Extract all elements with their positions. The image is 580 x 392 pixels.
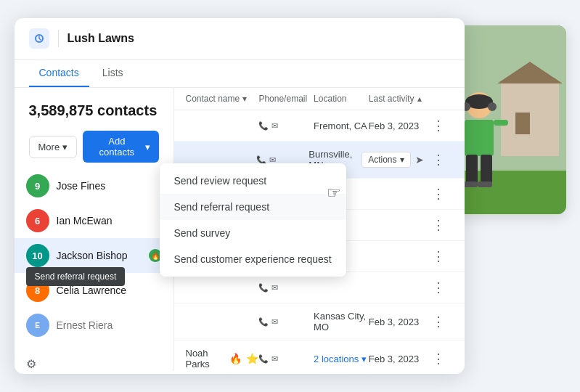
dropdown-item-referral[interactable]: Send referral request [160,194,346,220]
action-buttons: More ▾ Add contacts ▾ [15,125,173,168]
phone-icon: 📞 [258,283,269,293]
more-button[interactable]: More ▾ [29,136,78,158]
app-header: Lush Lawns [15,18,465,60]
email-icon: ✉ [271,317,278,327]
dropdown-item-survey[interactable]: Send survey [160,220,346,246]
tab-lists[interactable]: Lists [92,60,134,87]
row-menu-button[interactable]: ⋮ [424,186,453,202]
table-row[interactable]: 📞✉ ⋮ [174,272,465,303]
sidebar-item-ernest[interactable]: E Ernest Riera [15,308,173,343]
row-activity: Feb 3, 2023 [369,121,424,131]
send-icon[interactable]: ➤ [415,154,424,166]
contact-name-celia: Celia Lawrence [57,285,162,296]
table-row[interactable]: 📞✉ Kansas City, MO Feb 3, 2023 ⋮ [174,303,465,340]
svg-rect-13 [481,155,492,184]
app-title: Lush Lawns [68,32,134,45]
contact-name-jackson: Jackson Bishop [57,250,142,261]
row-icons: 📞✉ [258,317,314,327]
fire-badge: 🔥 [229,353,242,364]
row-action-area: Actions ▾ ➤ [362,152,423,168]
col-last-activity: Last activity ▴ [369,94,424,104]
add-contacts-button[interactable]: Add contacts ▾ [83,131,158,163]
svg-rect-14 [463,181,478,187]
avatar-ernest: E [26,314,49,337]
row-menu-button[interactable]: ⋮ [424,279,453,295]
contact-name-ian: Ian McEwan [57,215,162,226]
table-header: Contact name ▾ Phone/email Location Last… [174,88,465,110]
phone-icon: 📞 [258,121,269,131]
contacts-header: 3,589,875 contacts [15,94,173,125]
row-location: 2 locations ▾ [314,354,369,364]
header-divider [58,30,59,47]
avatar-jose: 9 [26,174,49,197]
actions-dropdown-button[interactable]: Actions ▾ [362,152,410,168]
sidebar-item-ian[interactable]: 6 Ian McEwan [15,203,173,238]
avatar-jackson: 10 [26,244,49,267]
row-icons: 📞 ✉ [258,121,314,131]
tooltip-send-referral: Send referral request [26,267,126,286]
row-location: Kansas City, MO [314,311,369,332]
row-icons: 📞✉ [258,354,314,364]
row-activity: Feb 3, 2023 [369,317,424,327]
col-location: Location [314,94,369,104]
contact-name-ernest: Ernest Riera [57,319,162,331]
context-dropdown-menu: Send review request Send referral reques… [160,163,346,277]
row-menu-button[interactable]: ⋮ [424,152,453,168]
contact-name-jose: Jose Fines [57,180,162,192]
locations-link[interactable]: 2 locations ▾ [314,354,367,364]
tabs-bar: Contacts Lists [15,60,465,88]
dropdown-item-experience[interactable]: Send customer experience request [160,246,346,272]
sidebar: 3,589,875 contacts More ▾ Add contacts ▾… [15,88,174,371]
svg-rect-9 [465,120,494,156]
contacts-count: 3,589,875 contacts [29,102,159,119]
svg-rect-3 [515,113,530,134]
email-icon: ✉ [271,283,278,293]
email-icon: ✉ [271,354,278,364]
row-menu-button[interactable]: ⋮ [424,118,453,134]
svg-rect-11 [494,120,508,126]
col-phone-email: Phone/email [258,94,314,104]
tab-contacts[interactable]: Contacts [29,60,89,87]
star-badge: ⭐ [246,353,258,364]
table-row[interactable]: Noah Parks 🔥 ⭐ 📞✉ 2 locations ▾ Feb 3, 2… [174,340,465,371]
row-name: Noah Parks 🔥 ⭐ [186,348,259,369]
app-window: Lush Lawns Contacts Lists 3,589,875 cont… [15,18,465,374]
table-row[interactable]: 📞 ✉ Fremont, CA Feb 3, 2023 ⋮ [174,110,465,142]
svg-rect-12 [466,155,478,184]
phone-icon: 📞 [258,354,269,364]
row-menu-button[interactable]: ⋮ [424,314,453,330]
email-icon: ✉ [271,121,278,131]
col-contact-name: Contact name ▾ [186,94,259,104]
settings-area[interactable]: ⚙ [15,348,173,371]
row-menu-button[interactable]: ⋮ [424,217,453,233]
sidebar-item-jackson[interactable]: 10 Jackson Bishop 🔥 Send referral reques… [15,238,173,273]
dropdown-item-review[interactable]: Send review request [160,168,346,194]
gear-icon[interactable]: ⚙ [26,358,36,370]
phone-icon: 📞 [258,317,269,327]
row-activity: Feb 3, 2023 [369,354,424,364]
sidebar-item-jose[interactable]: 9 Jose Fines [15,168,173,203]
svg-point-8 [488,102,497,111]
avatar-ian: 6 [26,209,49,232]
row-location: Fremont, CA [314,121,369,131]
row-menu-button[interactable]: ⋮ [424,248,453,264]
app-logo [29,28,49,49]
row-menu-button[interactable]: ⋮ [424,351,453,367]
svg-rect-15 [478,181,492,187]
mouse-cursor [327,184,344,201]
row-icons: 📞✉ [258,283,314,293]
